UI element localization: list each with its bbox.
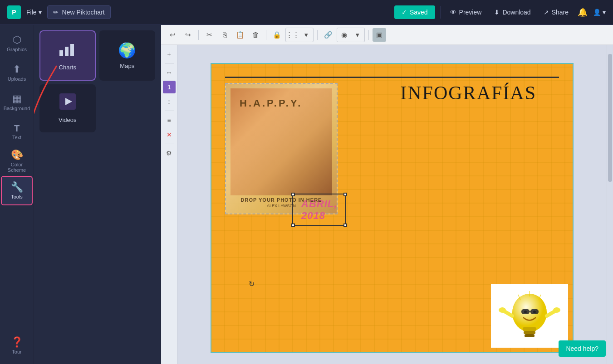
svg-point-21 <box>553 307 560 313</box>
sidebar-item-tools[interactable]: 🔧 Tools <box>1 176 33 205</box>
canvas-delete-button[interactable]: ✕ <box>163 128 176 141</box>
toolbar-sep-1 <box>198 30 199 40</box>
edit-icon: ✏ <box>53 9 59 16</box>
drop-photo-text: DROP YOUR PHOTO IN HERE <box>241 197 322 203</box>
download-button[interactable]: ⬇ Download <box>490 6 534 19</box>
sidebar-item-label: Tools <box>11 194 23 199</box>
svg-line-20 <box>547 311 554 316</box>
lightbulb-image[interactable] <box>491 284 568 348</box>
graphics-icon: ⬡ <box>13 35 21 45</box>
sidebar-item-label: Color Scheme <box>3 162 31 173</box>
svg-point-7 <box>512 294 547 332</box>
user-icon: 👤 <box>593 9 601 16</box>
infographic-canvas[interactable]: INFOGRAFÍAS H.A.P.P.Y. DROP YOUR PHOTO I… <box>211 63 574 353</box>
left-sidebar: ⬡ Graphics ⬆ Uploads ▦ Background T Text… <box>0 25 34 364</box>
mask-group: ◉ ▾ <box>337 28 365 42</box>
sidebar-item-color-scheme[interactable]: 🎨 Color Scheme <box>1 146 33 176</box>
mask-dropdown[interactable]: ▾ <box>351 28 364 42</box>
document-title[interactable]: ✏ New Piktochart <box>47 5 111 19</box>
sidebar-item-label: Text <box>12 135 21 140</box>
cut-button[interactable]: ✂ <box>202 28 216 42</box>
topbar-divider <box>441 6 441 19</box>
grid-button[interactable]: ⋮⋮ <box>286 28 299 42</box>
tools-icon: 🔧 <box>11 182 23 192</box>
panel-grid: Charts 🌍 Maps Videos <box>34 25 161 138</box>
lock-button[interactable]: 🔒 <box>270 28 284 42</box>
main-layout: ⬡ Graphics ⬆ Uploads ▦ Background T Text… <box>0 25 613 364</box>
svg-rect-10 <box>525 334 535 337</box>
top-divider-line <box>225 77 559 78</box>
preview-button[interactable]: 👁 Preview <box>446 6 485 19</box>
svg-rect-9 <box>524 331 535 334</box>
canvas-scroll[interactable]: INFOGRAFÍAS H.A.P.P.Y. DROP YOUR PHOTO I… <box>177 45 607 364</box>
charts-label: Charts <box>59 64 76 71</box>
svg-line-18 <box>505 311 512 316</box>
resize-bl[interactable] <box>291 223 295 227</box>
file-menu[interactable]: File ▾ <box>26 9 42 16</box>
sidebar-item-graphics[interactable]: ⬡ Graphics <box>1 29 33 58</box>
clt-sep-1 <box>165 63 174 63</box>
app-logo[interactable]: P <box>7 5 21 19</box>
paste-button[interactable]: 📋 <box>233 28 247 42</box>
photo-author-text: ALEX LAWSON <box>267 204 296 208</box>
fit-height-button[interactable]: ↕ <box>163 95 176 108</box>
sidebar-item-text[interactable]: T Text <box>1 117 33 146</box>
align-button[interactable]: ≡ <box>163 114 176 126</box>
rotate-handle[interactable]: ↻ <box>249 280 255 288</box>
panel-card-maps[interactable]: 🌍 Maps <box>99 30 156 81</box>
clt-sep-3 <box>165 144 174 144</box>
background-icon: ▦ <box>12 94 22 104</box>
canvas-area: ↩ ↪ ✂ ⎘ 📋 🗑 🔒 ⋮⋮ ▾ 🔗 ◉ ▾ <box>161 25 613 364</box>
uploads-icon: ⬆ <box>13 64 21 74</box>
delete-button[interactable]: 🗑 <box>249 28 262 42</box>
need-help-button[interactable]: Need help? <box>559 340 606 357</box>
grid-group: ⋮⋮ ▾ <box>285 28 314 42</box>
eye-icon: 👁 <box>450 9 456 16</box>
panel-area: Charts 🌍 Maps Videos <box>34 25 161 364</box>
resize-tr[interactable] <box>343 193 347 196</box>
user-menu[interactable]: 👤 ▾ <box>593 9 606 16</box>
saved-button[interactable]: ✓ Saved <box>394 5 435 19</box>
resize-br[interactable] <box>343 223 347 227</box>
canvas-left-toolbar: + ↔ 1 ↕ ≡ ✕ ⚙ <box>161 45 177 364</box>
copy-button[interactable]: ⎘ <box>218 28 231 42</box>
maps-icon: 🌍 <box>118 42 136 59</box>
tour-icon: ❓ <box>11 337 23 347</box>
toolbar-sep-2 <box>266 30 266 40</box>
redo-button[interactable]: ↪ <box>181 28 195 42</box>
undo-button[interactable]: ↩ <box>166 28 179 42</box>
link-button[interactable]: 🔗 <box>321 28 335 42</box>
share-button[interactable]: ↗ Share <box>540 6 572 19</box>
sidebar-item-background[interactable]: ▦ Background <box>1 87 33 117</box>
svg-rect-0 <box>59 50 63 56</box>
color-scheme-icon: 🎨 <box>11 150 23 160</box>
sidebar-item-uploads[interactable]: ⬆ Uploads <box>1 58 33 87</box>
svg-rect-1 <box>65 47 69 56</box>
svg-rect-16 <box>530 309 539 314</box>
panel-card-charts[interactable]: Charts <box>39 30 96 81</box>
canvas-scrollbar[interactable] <box>607 45 613 364</box>
fit-width-button[interactable]: ↔ <box>163 66 176 79</box>
panel-card-videos[interactable]: Videos <box>39 84 96 132</box>
dropdown-icon: ▾ <box>603 9 606 16</box>
canvas-content: INFOGRAFÍAS H.A.P.P.Y. DROP YOUR PHOTO I… <box>177 45 607 364</box>
toolbar: ↩ ↪ ✂ ⎘ 📋 🗑 🔒 ⋮⋮ ▾ 🔗 ◉ ▾ <box>161 25 613 45</box>
clt-sep-2 <box>165 111 174 111</box>
sidebar-item-label: Background <box>4 106 30 111</box>
settings-button[interactable]: ⚙ <box>163 147 176 160</box>
svg-point-19 <box>499 307 506 313</box>
page-num-button[interactable]: 1 <box>163 81 176 93</box>
maps-label: Maps <box>120 63 134 69</box>
resize-tl[interactable] <box>291 193 295 196</box>
add-block-button[interactable]: + <box>163 48 176 60</box>
frame-button[interactable]: ▣ <box>373 28 386 42</box>
share-icon: ↗ <box>544 9 549 16</box>
notifications-bell[interactable]: 🔔 <box>578 7 588 17</box>
sidebar-item-tour[interactable]: ❓ Tour <box>1 331 33 360</box>
topbar: P File ▾ ✏ New Piktochart ✓ Saved 👁 Prev… <box>0 0 613 25</box>
toolbar-sep-3 <box>317 30 318 40</box>
grid-dropdown[interactable]: ▾ <box>299 28 313 42</box>
infographic-title[interactable]: INFOGRAFÍAS <box>400 82 536 104</box>
mask-button[interactable]: ◉ <box>337 28 351 42</box>
sidebar-item-label: Graphics <box>7 47 27 52</box>
